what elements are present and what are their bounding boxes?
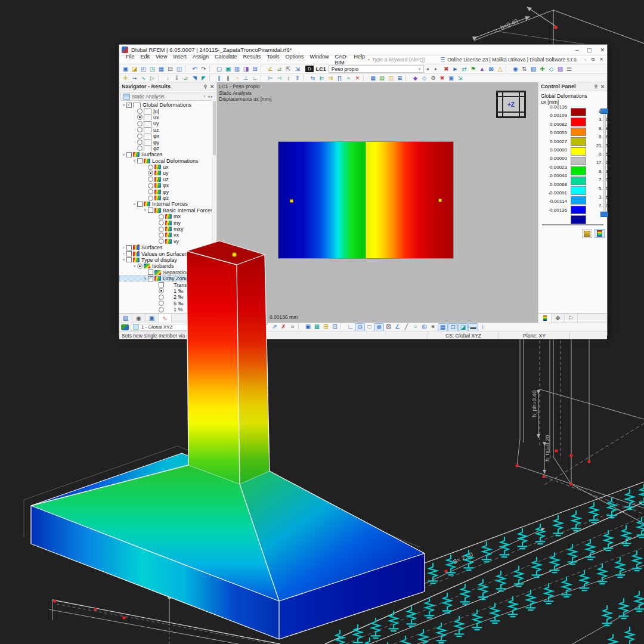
toolbar-icon[interactable] (363, 75, 367, 81)
snap-toolbar-icon[interactable]: ∥ (225, 323, 234, 330)
menu-item[interactable]: CAD-BIM (332, 54, 351, 66)
tree-toggle-control[interactable] (126, 251, 132, 256)
menu-item[interactable]: Tools (264, 54, 282, 66)
toolbar-icon[interactable]: ▥ (233, 66, 242, 73)
toolbar-icon[interactable]: ► (451, 66, 460, 73)
snap-toolbar-icon[interactable]: ✎ (192, 323, 201, 330)
snap-toolbar-icon[interactable]: ⋁ (234, 323, 243, 330)
tree-expand-icon[interactable]: ˅ (121, 258, 126, 262)
toolbar-icon[interactable]: ▦ (157, 66, 166, 73)
snap-toolbar-icon[interactable]: ⊗ (374, 323, 384, 332)
toolbar-icon[interactable]: ⊣ (275, 75, 284, 82)
toolbar-icon[interactable]: ⇅ (520, 66, 529, 73)
scale-color-swatch[interactable] (571, 147, 586, 156)
toolbar-icon[interactable]: ↕ (284, 75, 293, 82)
tree-item[interactable]: › Values on Surfaces (119, 250, 216, 256)
snap-toolbar-icon[interactable]: ⊠ (384, 323, 393, 330)
toolbar-icon[interactable] (261, 75, 265, 81)
tree-toggle-control[interactable] (126, 103, 132, 108)
snap-toolbar-icon[interactable]: ∣ (216, 323, 225, 330)
tree-toggle-control[interactable] (159, 214, 164, 219)
toolbar-icon[interactable]: ↧ (172, 75, 181, 82)
snap-toolbar-icon[interactable]: ∠ (393, 323, 402, 330)
tree-item[interactable]: ˅ Surfaces (119, 151, 216, 157)
tree-expand-icon[interactable]: ˅ (121, 103, 126, 107)
snap-toolbar-icon[interactable]: ▦ (438, 323, 448, 332)
tree-item[interactable]: uz (119, 177, 216, 182)
close-button[interactable]: ✕ (600, 47, 605, 53)
toolbar-icon[interactable]: ◉ (511, 66, 520, 73)
load-case-combo[interactable]: Peso propio ˅ (329, 65, 424, 73)
toolbar-icon[interactable]: ▲ (478, 66, 487, 73)
toolbar-icon[interactable]: ⊟ (166, 66, 175, 73)
snap-toolbar-icon[interactable]: ≡ (429, 323, 438, 330)
menu-item[interactable]: File (123, 54, 138, 66)
toolbar-icon[interactable]: ⇲ (293, 66, 302, 73)
doc-close-button[interactable]: ✕ (599, 57, 603, 63)
tree-item[interactable]: mx (119, 213, 216, 219)
tree-toggle-control[interactable] (137, 114, 143, 120)
toolbar-icon[interactable] (506, 66, 510, 72)
toolbar-icon[interactable]: ▣ (121, 66, 130, 73)
menu-item[interactable]: Help (351, 54, 369, 66)
scale-color-swatch[interactable] (571, 196, 586, 205)
toolbar-icon[interactable]: ¬ (233, 75, 242, 82)
toolbar-icon[interactable]: ∏ (335, 75, 344, 82)
tree-item[interactable]: Separation Lines (119, 270, 216, 275)
tree-item[interactable]: ˅ Global Deformations (119, 102, 216, 108)
tree-toggle-control[interactable] (137, 264, 143, 269)
tree-toggle-control[interactable] (148, 171, 153, 176)
snap-toolbar-icon[interactable]: ✗ (279, 323, 288, 330)
toolbar-icon[interactable]: ⊠ (487, 66, 496, 73)
display-mode-badge[interactable]: D (305, 66, 314, 72)
toolbar-icon[interactable]: ✕ (353, 75, 362, 82)
snap-toolbar-icon[interactable]: ↯ (201, 323, 210, 330)
toolbar-icon[interactable]: ✛ (121, 75, 130, 82)
toolbar-icon[interactable] (261, 66, 265, 72)
toolbar-icon[interactable]: ◇ (547, 66, 556, 73)
scale-option-button[interactable] (582, 229, 592, 238)
tree-toggle-control[interactable] (148, 196, 153, 201)
minimize-button[interactable]: – (575, 47, 578, 53)
toolbar-icon[interactable]: ◇ (420, 75, 429, 82)
tree-item[interactable]: ˅ Gray Zone (119, 275, 216, 281)
toolbar-icon[interactable]: ⇝ (130, 75, 139, 82)
tree-item[interactable]: ux (119, 164, 216, 170)
coordinate-system-combo[interactable]: 1 - Global XYZ ˅ (131, 324, 192, 331)
scale-color-swatch[interactable] (571, 186, 586, 194)
snap-toolbar-icon[interactable]: » (288, 323, 297, 330)
toolbar-icon[interactable] (303, 75, 307, 81)
snap-toolbar-icon[interactable] (298, 323, 302, 330)
tree-toggle-control[interactable] (159, 288, 164, 293)
tree-item[interactable]: φz (119, 145, 216, 151)
tree-item[interactable]: φz (119, 195, 216, 201)
tree-toggle-control[interactable] (148, 183, 153, 188)
scale-color-swatch[interactable] (571, 206, 586, 214)
scale-color-swatch[interactable] (571, 117, 586, 126)
close-icon[interactable]: ✕ (210, 84, 214, 89)
toolbar-icon[interactable]: ⇲ (456, 75, 465, 82)
snap-toolbar-icon[interactable]: ╱ (243, 323, 252, 330)
scale-color-swatch[interactable] (571, 177, 586, 185)
control-panel-tab[interactable]: ⚐ (565, 314, 578, 323)
tree-toggle-control[interactable] (159, 295, 164, 300)
toolbar-icon[interactable]: △ (496, 66, 504, 73)
combo-pager-arrows[interactable]: ◂ ▸ (208, 94, 213, 99)
snap-toolbar-icon[interactable] (211, 323, 215, 330)
snap-toolbar-icon[interactable]: ╱ (261, 323, 270, 330)
snap-toolbar-icon[interactable]: ◪ (458, 323, 468, 332)
snap-toolbar-icon[interactable]: ◎ (420, 323, 429, 330)
tree-toggle-control[interactable] (159, 282, 164, 287)
navigator-tab[interactable]: ▧ (119, 314, 132, 323)
menu-item[interactable]: Options (282, 54, 306, 66)
scale-range-slider[interactable] (601, 109, 606, 217)
toolbar-icon[interactable]: ↶ (190, 66, 199, 73)
status-coordinate-system[interactable]: CS: Global XYZ (428, 333, 499, 339)
menu-item[interactable]: Edit (138, 54, 153, 66)
toolbar-icon[interactable]: ▣ (224, 66, 233, 73)
toolbar-icon[interactable]: ▦ (369, 75, 377, 82)
tree-toggle-control[interactable] (148, 189, 153, 194)
tree-item[interactable]: 1 ‰ (119, 288, 216, 294)
tree-item[interactable]: Transparent (119, 281, 216, 287)
toolbar-icon[interactable]: ◨ (242, 66, 250, 73)
